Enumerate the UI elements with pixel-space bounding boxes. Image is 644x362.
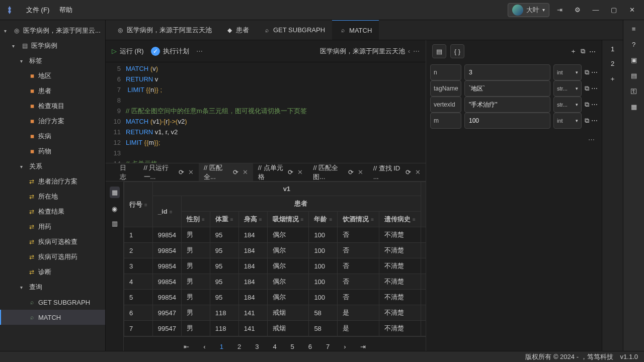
tree-item[interactable]: ◆检查项目 [0,99,105,114]
page-last[interactable]: ⇥ [360,343,366,350]
plan-toggle[interactable]: ✓执行计划 [151,47,189,56]
more-icon[interactable]: ⋯ [591,101,598,109]
minimize-icon[interactable]: — [588,3,604,17]
tree-item[interactable]: ⇄检查结果 [0,204,105,219]
params-json-icon[interactable]: { } [450,44,464,58]
refresh-icon[interactable]: ⟳ [406,168,411,176]
table-row[interactable]: 199854男95184偶尔100否不清楚998540阿 [124,227,426,243]
tree-item[interactable]: ◆药物 [0,144,105,159]
page-next[interactable]: › [344,343,346,350]
page-prev[interactable]: ‹ [203,343,205,350]
table-row[interactable]: 299854男95184偶尔100否不清楚998540糖 [124,243,426,258]
menu-help[interactable]: 帮助 [54,4,77,17]
page-1[interactable]: 1 [220,343,223,350]
graph-view-icon[interactable]: ◉ [112,205,117,213]
vtab-2[interactable]: 2 [611,60,614,67]
copy-icon[interactable]: ⧉ [585,117,589,125]
page-7[interactable]: 7 [326,343,330,350]
panel-icon[interactable]: ▣ [631,56,637,64]
editor-tab[interactable]: ◎医学病例，来源于阿里云天池 [110,20,219,40]
close-icon[interactable]: ✕ [624,3,640,17]
tree-root[interactable]: ▾◎医学病例，来源于阿里云... [0,23,105,38]
add-param-icon[interactable]: ＋ [570,47,577,56]
params-more-icon[interactable]: ⋯ [430,133,598,146]
param-value[interactable]: "手术治疗" [464,97,550,113]
result-tab[interactable]: // 匹配全图...⟳✕ [308,163,368,181]
page-3[interactable]: 3 [255,343,259,350]
close-icon[interactable]: ✕ [358,168,363,176]
table-row[interactable]: 799547男118141戒烟58是不清楚995470高 [124,321,426,336]
close-icon[interactable]: ✕ [243,168,248,176]
result-tab[interactable]: // 查找 ID ...⟳✕ [368,163,426,181]
tree-item[interactable]: ⇄所在地 [0,189,105,204]
vtab-add-icon[interactable]: ＋ [609,74,616,83]
more-params-icon[interactable]: ⋯ [589,48,596,55]
tree-item[interactable]: ⌕MATCH [0,310,105,325]
refresh-icon[interactable]: ⟳ [233,168,238,176]
table-row[interactable]: 499854男95184偶尔100否不清楚998540成 [124,274,426,290]
table-view-icon[interactable]: ▦ [110,187,120,198]
tree-item[interactable]: ⇄诊断 [0,264,105,280]
maximize-icon[interactable]: ▢ [606,3,622,17]
tree-rels-group[interactable]: ▾关系 [0,159,105,174]
tree-item[interactable]: ◆治疗方案 [0,114,105,129]
table-row[interactable]: 599854男95184偶尔100否不清楚998540放 [124,290,426,305]
param-name[interactable]: tagName [430,80,461,97]
result-tab[interactable]: // 点单元格⟳✕ [253,163,308,181]
param-name[interactable]: m [430,113,461,129]
copy-params-icon[interactable]: ⧉ [581,47,585,55]
result-tab[interactable]: // 匹配全...⟳✕ [199,163,253,181]
gear-icon[interactable]: ⚙ [570,3,586,17]
tree-item[interactable]: ⌕GET SUBGRAPH [0,295,105,310]
tree-db[interactable]: ▾▤医学病例 [0,38,105,53]
user-badge[interactable]: 大叶 ▾ [508,3,549,17]
run-button[interactable]: ▷运行 (R) [112,47,144,56]
tree-item[interactable]: ◆疾病 [0,129,105,144]
table-row[interactable]: 399854男95184偶尔100否不清楚998540核 [124,258,426,274]
refresh-icon[interactable]: ⟳ [288,168,293,176]
close-icon[interactable]: ✕ [415,168,421,176]
param-type[interactable]: int▾ [553,64,582,80]
hamburger-icon[interactable]: ≡ [632,25,636,33]
params-mode-icon[interactable]: ▤ [432,44,446,58]
table-row[interactable]: 699547男118141戒烟58是不清楚995470维 [124,305,426,321]
editor-tab[interactable]: ⌕MATCH [332,20,379,40]
param-name[interactable]: n [430,64,461,80]
pin-icon[interactable]: ⇥ [551,3,568,17]
more-icon[interactable]: ⋯ [591,84,598,93]
tree-item[interactable]: ⇄疾病可选用药 [0,249,105,264]
param-type[interactable]: str...▾ [553,80,582,97]
more-icon[interactable]: ⋯ [591,117,598,125]
close-icon[interactable]: ✕ [188,168,194,176]
editor-tab[interactable]: ◆患者 [219,20,256,40]
tree-item[interactable]: ◆地区 [0,68,105,83]
param-type[interactable]: str...▾ [553,97,582,113]
param-value[interactable]: 100 [464,113,550,129]
copy-icon[interactable]: ⧉ [585,101,589,109]
page-4[interactable]: 4 [273,343,276,350]
page-5[interactable]: 5 [291,343,294,350]
raw-view-icon[interactable]: ▥ [112,220,118,227]
key-icon[interactable]: ⚿ [630,87,637,95]
result-table[interactable]: 行号≡v1_startId≡_rId≡_e_id≡患者性别≡体重≡身高≡吸烟情况… [124,182,426,351]
refresh-icon[interactable]: ⟳ [179,168,184,176]
param-value[interactable]: 3 [464,64,550,80]
copy-icon[interactable]: ⧉ [585,68,589,76]
tree-item[interactable]: ⇄用药 [0,219,105,234]
calc-icon[interactable]: ▦ [631,103,637,111]
editor-tab[interactable]: ⌕GET SUBGRAPH [256,20,332,40]
result-tab[interactable]: // 只运行一...⟳✕ [139,163,199,181]
param-type[interactable]: int▾ [553,113,582,129]
page-first[interactable]: ⇤ [184,343,189,350]
menu-file[interactable]: 文件 (F) [21,4,54,17]
close-icon[interactable]: ✕ [297,168,303,176]
tree-item[interactable]: ⇄患者治疗方案 [0,174,105,189]
refresh-icon[interactable]: ⟳ [348,168,354,176]
more-icon[interactable]: ⋯ [591,68,598,76]
tree-item[interactable]: ⇄疾病可选检查 [0,234,105,249]
vtab-1[interactable]: 1 [611,45,614,53]
param-value[interactable]: `地区` [464,80,550,97]
page-2[interactable]: 2 [237,343,241,350]
log-tab[interactable]: 日志 [113,163,139,182]
tree-item[interactable]: ◆患者 [0,83,105,99]
